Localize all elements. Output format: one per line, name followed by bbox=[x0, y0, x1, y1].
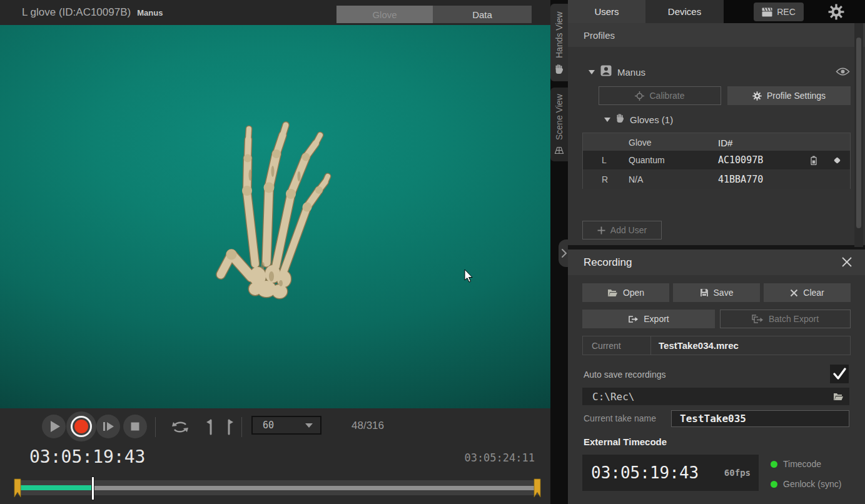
close-icon bbox=[841, 256, 852, 268]
timeline-start-marker-icon[interactable] bbox=[14, 478, 21, 498]
floppy-icon bbox=[700, 288, 709, 297]
profile-badge: Manus bbox=[137, 8, 163, 18]
signal-icon bbox=[832, 156, 842, 168]
recording-close-button[interactable] bbox=[841, 256, 852, 270]
glove-type: N/A bbox=[629, 174, 643, 184]
transport-divider-2 bbox=[241, 417, 242, 437]
transport-divider bbox=[155, 417, 156, 437]
batch-export-icon bbox=[752, 315, 764, 323]
section-separator bbox=[568, 245, 865, 249]
current-label: Current bbox=[583, 336, 651, 355]
clear-label: Clear bbox=[803, 288, 824, 298]
scene-view-label: Scene View bbox=[550, 90, 568, 144]
clear-button[interactable]: Clear bbox=[764, 283, 851, 302]
current-file-name: TestTake034.mrec bbox=[651, 340, 739, 351]
save-label: Save bbox=[714, 288, 734, 298]
external-timecode-header: External Timecode bbox=[584, 436, 667, 447]
collapse-triangle-icon[interactable] bbox=[589, 70, 595, 74]
timeline-remainder bbox=[93, 486, 538, 490]
save-path-value: C:\Rec\ bbox=[592, 391, 634, 403]
export-button[interactable]: Export bbox=[582, 310, 715, 328]
gloves-table: Glove ID# L Quantum AC10097B bbox=[582, 133, 851, 189]
play-icon bbox=[42, 415, 66, 438]
rec-button[interactable]: REC bbox=[754, 3, 804, 21]
genlock-indicator-label: Genlock (sync) bbox=[783, 479, 841, 489]
frame-counter: 48/316 bbox=[352, 420, 384, 432]
right-panel: Users Devices REC bbox=[568, 0, 865, 504]
profile-name: Manus bbox=[617, 67, 645, 78]
visibility-toggle[interactable] bbox=[836, 67, 850, 79]
calibrate-button[interactable]: Calibrate bbox=[599, 86, 721, 105]
fps-dropdown[interactable]: 60 bbox=[251, 416, 321, 435]
add-user-label: Add User bbox=[610, 225, 647, 235]
status-dot-green bbox=[771, 461, 777, 468]
loop-icon bbox=[170, 419, 190, 435]
chevron-down-icon bbox=[305, 423, 313, 428]
profiles-section-header: Profiles bbox=[568, 23, 865, 47]
open-label: Open bbox=[623, 288, 644, 298]
mark-in-flag[interactable] bbox=[205, 418, 213, 438]
step-forward-icon bbox=[96, 415, 120, 438]
viewport-header: L glove (ID:AC10097B) Manus Glove Data bbox=[0, 0, 550, 25]
timecode-indicator: Timecode bbox=[771, 459, 821, 469]
status-dot-green bbox=[771, 481, 777, 488]
browse-folder-button[interactable] bbox=[833, 392, 844, 403]
plus-icon bbox=[597, 226, 605, 234]
col-glove: Glove bbox=[629, 138, 652, 148]
table-row-left-glove[interactable]: L Quantum AC10097B bbox=[583, 151, 850, 169]
tab-scene-view[interactable]: Scene View bbox=[550, 88, 568, 161]
transport-bar: 60 48/316 03:05:19:43 03:05:24:11 bbox=[0, 408, 550, 504]
step-forward-button[interactable] bbox=[96, 415, 120, 438]
glove-id: AC10097B bbox=[718, 154, 763, 166]
profile-settings-button[interactable]: Profile Settings bbox=[727, 86, 851, 105]
3d-viewport[interactable] bbox=[0, 25, 550, 408]
eye-icon bbox=[836, 67, 850, 76]
batch-export-button[interactable]: Batch Export bbox=[720, 310, 851, 328]
glove-type: Quantum bbox=[629, 155, 665, 165]
external-fps-value: 60fps bbox=[724, 468, 751, 478]
mark-out-flag[interactable] bbox=[226, 418, 235, 438]
folder-icon bbox=[833, 393, 844, 401]
person-icon bbox=[600, 65, 612, 79]
tab-devices[interactable]: Devices bbox=[645, 0, 724, 23]
tab-hands-view[interactable]: Hands View bbox=[550, 4, 568, 81]
table-row-right-glove[interactable]: R N/A 41BBA770 bbox=[583, 170, 850, 189]
save-button[interactable]: Save bbox=[673, 283, 760, 302]
rec-button-label: REC bbox=[777, 7, 796, 17]
gloves-table-header: Glove ID# bbox=[583, 133, 850, 152]
auto-save-checkbox[interactable] bbox=[830, 365, 849, 383]
collapse-triangle-icon[interactable] bbox=[604, 118, 610, 122]
fps-dropdown-value: 60 bbox=[263, 420, 274, 431]
save-path-field[interactable]: C:\Rec\ bbox=[582, 388, 849, 405]
batch-export-label: Batch Export bbox=[769, 314, 819, 324]
play-button[interactable] bbox=[42, 415, 66, 438]
scene-grid-icon bbox=[554, 146, 564, 157]
gloves-group-row[interactable]: Gloves (1) bbox=[604, 113, 673, 126]
settings-button[interactable] bbox=[828, 4, 844, 23]
add-user-button[interactable]: Add User bbox=[582, 221, 662, 239]
glove-id: 41BBA770 bbox=[718, 174, 763, 185]
tab-users[interactable]: Users bbox=[568, 0, 645, 23]
stop-button[interactable] bbox=[123, 415, 147, 438]
flag-right-icon bbox=[226, 418, 235, 436]
take-name-label: Current take name bbox=[584, 413, 656, 423]
folder-open-icon bbox=[607, 289, 618, 297]
open-button[interactable]: Open bbox=[582, 283, 669, 302]
export-label: Export bbox=[644, 314, 669, 324]
chevron-right-icon bbox=[561, 248, 567, 258]
gloves-group-label: Gloves (1) bbox=[630, 114, 673, 125]
tab-glove[interactable]: Glove bbox=[336, 6, 433, 23]
record-button[interactable] bbox=[66, 411, 96, 441]
app-root: L glove (ID:AC10097B) Manus Glove Data bbox=[0, 0, 865, 504]
glove-hand-icon bbox=[616, 113, 624, 126]
tab-data[interactable]: Data bbox=[433, 6, 532, 23]
take-name-input[interactable]: TestTake035 bbox=[671, 410, 849, 427]
profile-row[interactable]: Manus bbox=[589, 65, 645, 79]
timeline-playhead[interactable] bbox=[92, 477, 94, 500]
panel-scrollbar-thumb[interactable] bbox=[856, 38, 861, 228]
loop-toggle[interactable] bbox=[170, 419, 190, 438]
timeline-end-marker-icon[interactable] bbox=[534, 478, 541, 498]
end-timecode: 03:05:24:11 bbox=[464, 451, 535, 464]
recording-header-label: Recording bbox=[584, 256, 632, 269]
gear-icon bbox=[828, 4, 844, 20]
